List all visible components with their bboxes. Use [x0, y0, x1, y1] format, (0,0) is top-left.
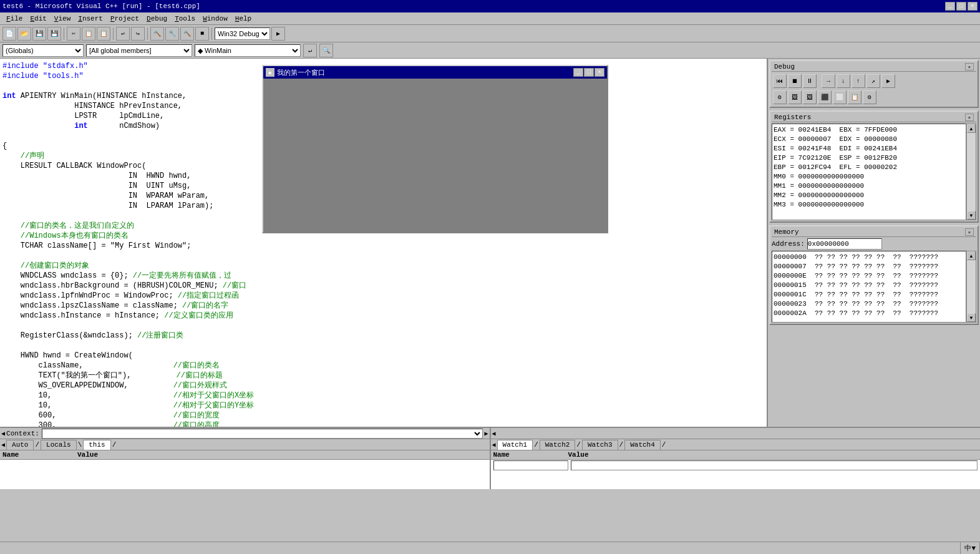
registers-panel-title: Registers ×: [772, 113, 976, 122]
code-line: RegisterClass(&wndclass); //注册窗口类: [2, 331, 764, 341]
context-select[interactable]: [42, 429, 483, 439]
cut-button[interactable]: ✂: [67, 27, 80, 41]
registers-scrollbar[interactable]: ▲ ▼: [966, 124, 976, 220]
build-config-dropdown[interactable]: Win32 Debug: [215, 27, 270, 40]
memory-panel: Memory × Address: 00000000 ?? ?? ?? ?? ?…: [769, 225, 979, 325]
open-button[interactable]: 📂: [17, 27, 31, 41]
redo-button[interactable]: ↪: [131, 27, 145, 41]
build2-button[interactable]: 🔧: [165, 27, 179, 41]
debug-run-to-cursor-btn[interactable]: ↗: [866, 74, 880, 88]
stop-button[interactable]: ■: [195, 27, 209, 41]
memory-scroll-down[interactable]: ▼: [967, 313, 976, 322]
code-line: 300, //窗口的高度: [2, 420, 764, 427]
save-button[interactable]: 💾: [32, 27, 46, 41]
menu-view[interactable]: View: [51, 14, 74, 23]
debug-r6-btn[interactable]: 📋: [848, 90, 861, 104]
code-line: 600, //窗口的宽度: [2, 411, 764, 420]
memory-content[interactable]: 00000000 ?? ?? ?? ?? ?? ?? ?? ??????? 00…: [772, 251, 966, 323]
debug-r1-btn[interactable]: ⚙: [773, 90, 787, 104]
code-line: 10, //相对于父窗口的X坐标: [2, 391, 764, 401]
bottom-left-header: Name Value: [0, 450, 490, 460]
registers-scroll-up[interactable]: ▲: [967, 124, 976, 133]
code-line: WS_OVERLAPPEDWINDOW, //窗口外观样式: [2, 381, 764, 391]
tab-watch4[interactable]: Watch4: [624, 440, 661, 450]
bottom-area: ◀ Context: ▶ ◀ Auto / Locals \ this / Na…: [0, 427, 980, 489]
tab-locals[interactable]: Locals: [41, 440, 77, 450]
copy-button[interactable]: 📋: [82, 27, 95, 41]
registers-panel-close[interactable]: ×: [965, 114, 974, 121]
debug-panel-label: Debug: [774, 63, 795, 70]
register-eax: EAX = 00241EB4 EBX = 7FFDE000: [774, 125, 964, 135]
close-button[interactable]: ×: [968, 2, 978, 11]
globals-dropdown[interactable]: (Globals): [2, 44, 84, 57]
debug-panel-close[interactable]: ×: [965, 63, 974, 70]
tab-watch2[interactable]: Watch2: [540, 440, 576, 450]
code-line: wndclass.lpfnWndProc = WindowProc; //指定窗…: [2, 291, 764, 301]
debug-restart-btn[interactable]: ⏮: [773, 74, 787, 88]
menu-debug[interactable]: Debug: [143, 14, 171, 23]
tab-this[interactable]: this: [83, 440, 110, 450]
watch-tab-sep2: /: [575, 441, 582, 449]
popup-minimize-button[interactable]: _: [573, 68, 583, 77]
menu-window[interactable]: Window: [199, 14, 231, 23]
status-segment-lang[interactable]: 中▼: [961, 542, 980, 554]
build-button[interactable]: 🔨: [150, 27, 164, 41]
registers-panel: Registers × EAX = 00241EB4 EBX = 7FFDE00…: [769, 110, 979, 223]
watch-name-input[interactable]: [493, 460, 568, 470]
popup-icon: ■: [266, 68, 274, 77]
debug-r5-btn[interactable]: ⬜: [833, 90, 847, 104]
debug-step-over-btn[interactable]: →: [822, 74, 835, 88]
winmain-dropdown[interactable]: ◆ WinMain: [195, 44, 301, 57]
registers-content[interactable]: EAX = 00241EB4 EBX = 7FFDE000 ECX = 0000…: [772, 124, 966, 220]
popup-maximize-button[interactable]: □: [584, 68, 594, 77]
debug-run-btn[interactable]: ▶: [881, 74, 895, 88]
paste-button[interactable]: 📋: [97, 27, 110, 41]
dropdown-go-button[interactable]: ↵: [303, 44, 317, 57]
popup-buttons: _ □ ×: [573, 68, 604, 77]
menu-project[interactable]: Project: [107, 14, 143, 23]
menu-insert[interactable]: Insert: [74, 14, 107, 23]
memory-row-5: 00000023 ?? ?? ?? ?? ?? ?? ?? ???????: [774, 299, 964, 309]
register-mm1: MM1 = 0000000000000000: [774, 182, 964, 191]
members-dropdown[interactable]: [All global members]: [86, 44, 192, 57]
menu-file[interactable]: File: [2, 14, 26, 23]
menu-help[interactable]: Help: [231, 14, 255, 23]
code-editor[interactable]: #include "stdafx.h" #include "tools.h" i…: [0, 59, 768, 427]
new-button[interactable]: 📄: [2, 27, 16, 41]
registers-scroll-down[interactable]: ▼: [967, 211, 976, 220]
memory-panel-close[interactable]: ×: [965, 228, 974, 236]
menu-bar: File Edit View Insert Project Debug Tool…: [0, 12, 980, 25]
debug-break-btn[interactable]: ⏸: [803, 74, 817, 88]
memory-address-input[interactable]: [807, 238, 882, 250]
undo-button[interactable]: ↩: [116, 27, 130, 41]
menu-tools[interactable]: Tools: [171, 14, 199, 23]
dropdown-search-button[interactable]: 🔍: [319, 44, 333, 57]
tab-watch3[interactable]: Watch3: [582, 440, 618, 450]
debug-r2-btn[interactable]: 🖼: [788, 90, 802, 104]
menu-edit[interactable]: Edit: [26, 14, 50, 23]
build3-button[interactable]: 🔨: [180, 27, 194, 41]
tab-watch1[interactable]: Watch1: [497, 440, 533, 450]
debug-r3-btn[interactable]: 🖼: [803, 90, 817, 104]
sep2: [113, 27, 114, 40]
debug-step-into-btn[interactable]: ↓: [837, 74, 850, 88]
maximize-button[interactable]: □: [956, 2, 966, 11]
run-button[interactable]: ▶: [271, 27, 285, 41]
tab-auto[interactable]: Auto: [6, 440, 34, 450]
debug-step-out-btn[interactable]: ↑: [851, 74, 865, 88]
popup-close-button[interactable]: ×: [594, 68, 604, 77]
code-line: [2, 251, 764, 261]
watch-tab-arrow[interactable]: ◀: [492, 441, 496, 449]
memory-scroll-up[interactable]: ▲: [967, 251, 976, 260]
title-bar-text: test6 - Microsoft Visual C++ [run] - [te…: [2, 2, 945, 10]
debug-r7-btn[interactable]: ⚙: [863, 90, 876, 104]
dropdown-toolbar: (Globals) [All global members] ◆ WinMain…: [0, 42, 980, 59]
debug-r4-btn[interactable]: ⬛: [818, 90, 832, 104]
debug-stop-btn[interactable]: ⏹: [788, 74, 802, 88]
watch-value-input[interactable]: [571, 460, 978, 470]
memory-scrollbar[interactable]: ▲ ▼: [966, 251, 976, 323]
code-line: wndclass.hInstance = hInstance; //定义窗口类的…: [2, 311, 764, 321]
save-all-button[interactable]: 💾: [47, 27, 61, 41]
minimize-button[interactable]: _: [945, 2, 955, 11]
tab-left-arrow[interactable]: ◀: [1, 441, 5, 449]
